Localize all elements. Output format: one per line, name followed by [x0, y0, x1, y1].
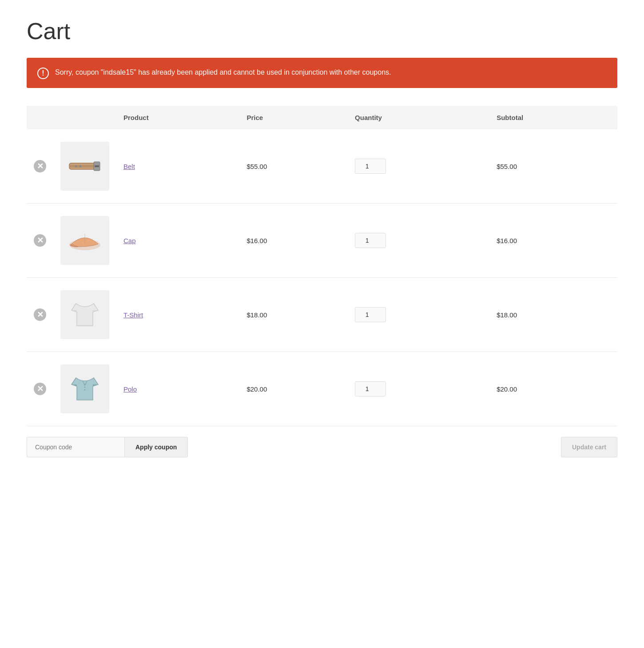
- coupon-input[interactable]: [27, 437, 124, 457]
- product-name-cell-tshirt: T-Shirt: [116, 278, 239, 352]
- svg-point-4: [75, 165, 77, 168]
- image-cell-tshirt: [53, 278, 116, 352]
- product-image-tshirt: [60, 290, 109, 339]
- price-cell-belt: $55.00: [239, 129, 348, 204]
- svg-rect-3: [95, 165, 99, 167]
- quantity-input-belt[interactable]: [355, 159, 386, 174]
- subtotal-cell-belt: $55.00: [489, 129, 617, 204]
- quantity-cell-belt: [348, 129, 489, 204]
- cart-table: Product Price Quantity Subtotal ✕: [27, 106, 617, 426]
- update-cart-button[interactable]: Update cart: [561, 437, 617, 457]
- image-cell-cap: [53, 204, 116, 278]
- page-title: Cart: [27, 18, 617, 44]
- quantity-cell-polo: [348, 352, 489, 426]
- svg-point-10: [84, 389, 86, 391]
- coupon-section: Apply coupon: [27, 437, 188, 457]
- product-name-cell-cap: Cap: [116, 204, 239, 278]
- product-image-polo: [60, 364, 109, 413]
- product-image-cap: [60, 216, 109, 265]
- remove-button-cap[interactable]: ✕: [34, 234, 46, 247]
- cart-footer: Apply coupon Update cart: [27, 431, 617, 457]
- quantity-input-cap[interactable]: [355, 233, 386, 248]
- remove-icon-cap: ✕: [34, 234, 46, 247]
- product-name-cell-belt: Belt: [116, 129, 239, 204]
- svg-point-8: [84, 384, 86, 385]
- svg-point-5: [80, 165, 82, 168]
- product-name-cell-polo: Polo: [116, 352, 239, 426]
- product-link-tshirt[interactable]: T-Shirt: [123, 311, 143, 319]
- product-image-belt: [60, 142, 109, 191]
- subtotal-cell-tshirt: $18.00: [489, 278, 617, 352]
- remove-cell-cap: ✕: [27, 204, 53, 278]
- col-price-header: Price: [239, 106, 348, 129]
- quantity-cell-tshirt: [348, 278, 489, 352]
- quantity-cell-cap: [348, 204, 489, 278]
- remove-icon-tshirt: ✕: [34, 308, 46, 321]
- quantity-input-polo[interactable]: [355, 381, 386, 396]
- svg-point-9: [84, 387, 86, 388]
- price-cell-polo: $20.00: [239, 352, 348, 426]
- subtotal-cell-polo: $20.00: [489, 352, 617, 426]
- table-row: ✕ T-Shirt $18.00 $18.00: [27, 278, 617, 352]
- product-link-belt[interactable]: Belt: [123, 163, 135, 170]
- col-remove-header: [27, 106, 53, 129]
- price-cell-cap: $16.00: [239, 204, 348, 278]
- table-row: ✕ Cap $16.00 $16.00: [27, 204, 617, 278]
- remove-icon-polo: ✕: [34, 383, 46, 395]
- image-cell-polo: [53, 352, 116, 426]
- quantity-input-tshirt[interactable]: [355, 307, 386, 322]
- table-header-row: Product Price Quantity Subtotal: [27, 106, 617, 129]
- table-row: ✕ Polo $20.00 $20.00: [27, 352, 617, 426]
- price-cell-tshirt: $18.00: [239, 278, 348, 352]
- apply-coupon-button[interactable]: Apply coupon: [124, 437, 188, 457]
- remove-cell-tshirt: ✕: [27, 278, 53, 352]
- col-product-header: Product: [116, 106, 239, 129]
- product-link-polo[interactable]: Polo: [123, 385, 137, 393]
- remove-button-belt[interactable]: ✕: [34, 160, 46, 172]
- col-quantity-header: Quantity: [348, 106, 489, 129]
- error-banner: ! Sorry, coupon "indsale15" has already …: [27, 58, 617, 88]
- image-cell-belt: [53, 129, 116, 204]
- remove-button-tshirt[interactable]: ✕: [34, 308, 46, 321]
- subtotal-cell-cap: $16.00: [489, 204, 617, 278]
- error-icon: !: [37, 68, 49, 79]
- remove-button-polo[interactable]: ✕: [34, 383, 46, 395]
- remove-cell-belt: ✕: [27, 129, 53, 204]
- table-row: ✕ Belt $55.00 $55.00: [27, 129, 617, 204]
- remove-icon-belt: ✕: [34, 160, 46, 172]
- svg-rect-1: [69, 165, 96, 168]
- product-link-cap[interactable]: Cap: [123, 237, 136, 244]
- error-message: Sorry, coupon "indsale15" has already be…: [55, 67, 391, 78]
- col-image-header: [53, 106, 116, 129]
- col-subtotal-header: Subtotal: [489, 106, 617, 129]
- remove-cell-polo: ✕: [27, 352, 53, 426]
